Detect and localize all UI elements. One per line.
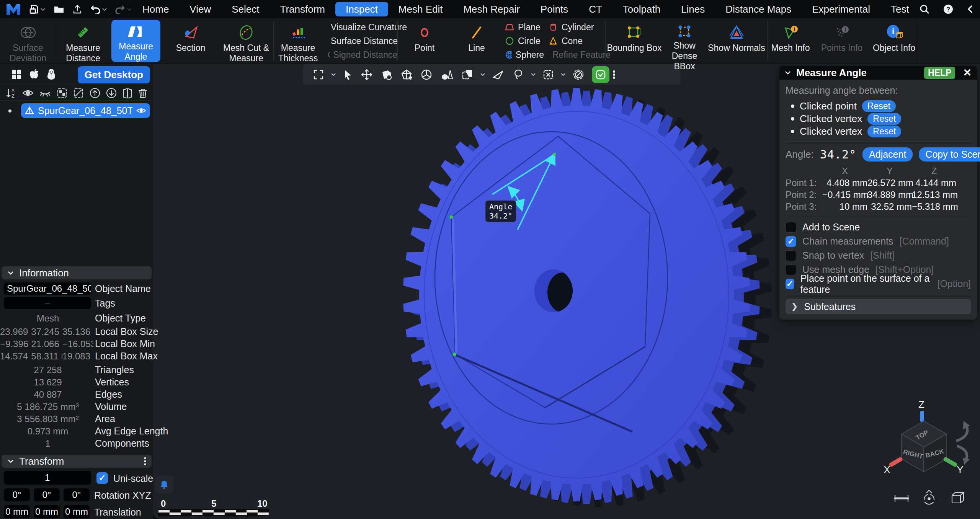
collapse-ribbon-icon[interactable] bbox=[967, 5, 973, 14]
snap-to-vertex-checkbox[interactable] bbox=[786, 250, 796, 261]
translation-x-input[interactable]: 0 mm bbox=[4, 505, 30, 518]
tool-bounding-box[interactable]: Bounding Box bbox=[606, 18, 663, 64]
reset-button-1[interactable]: Reset bbox=[862, 100, 896, 112]
show-all-icon[interactable] bbox=[22, 87, 34, 99]
uni-scale-checkbox[interactable] bbox=[96, 472, 108, 484]
redo-button[interactable] bbox=[115, 4, 132, 14]
box-deselect-dropdown[interactable] bbox=[558, 64, 568, 85]
rotate-view-arrows[interactable] bbox=[956, 425, 967, 461]
clear-selection-tool[interactable] bbox=[568, 64, 589, 85]
menu-plane[interactable]: Plane bbox=[505, 22, 544, 33]
notifications-button[interactable] bbox=[155, 476, 173, 493]
rotation-x-input[interactable]: 0° bbox=[4, 488, 30, 501]
menu-distance-maps[interactable]: Distance Maps bbox=[715, 2, 802, 16]
duplicate-view-button[interactable] bbox=[457, 64, 478, 85]
menu-sphere[interactable]: Sphere bbox=[505, 50, 544, 60]
undo-button[interactable] bbox=[90, 4, 107, 14]
select-all-icon[interactable] bbox=[56, 87, 68, 99]
duplicate-icon[interactable] bbox=[122, 87, 133, 99]
export-button[interactable] bbox=[72, 4, 82, 14]
windows-icon[interactable] bbox=[11, 69, 22, 80]
move-up-icon[interactable] bbox=[89, 87, 101, 99]
tool-point[interactable]: Point bbox=[406, 18, 443, 64]
duplicate-dropdown[interactable] bbox=[478, 64, 488, 85]
transform-header[interactable]: Transform bbox=[2, 455, 152, 468]
select-cursor-tool[interactable] bbox=[338, 64, 357, 85]
primitive-view-tool[interactable] bbox=[436, 64, 457, 85]
transform-object-tool[interactable] bbox=[377, 64, 397, 85]
lasso-dropdown[interactable] bbox=[528, 64, 538, 85]
chain-measurements-checkbox[interactable] bbox=[786, 236, 796, 247]
transform-menu-icon[interactable] bbox=[144, 457, 146, 466]
tool-section[interactable]: Section bbox=[162, 18, 219, 64]
menu-lines[interactable]: Lines bbox=[671, 2, 715, 16]
menu-test[interactable]: Test bbox=[880, 2, 920, 16]
translation-y-input[interactable]: 0 mm bbox=[34, 505, 60, 518]
object-name-input[interactable]: SpurGear_06_48_50T_Ta bbox=[4, 282, 91, 295]
measure-angle-header[interactable]: Measure Angle HELP ✕ bbox=[779, 66, 977, 80]
rotation-y-input[interactable]: 0° bbox=[34, 488, 60, 501]
help-badge[interactable]: HELP bbox=[924, 67, 955, 79]
new-file-button[interactable] bbox=[29, 4, 46, 15]
menu-select[interactable]: Select bbox=[221, 2, 270, 16]
menu-circle[interactable]: Circle bbox=[505, 36, 544, 46]
delete-icon[interactable] bbox=[138, 87, 148, 99]
rotation-z-input[interactable]: 0° bbox=[64, 488, 90, 501]
reset-button-2[interactable]: Reset bbox=[867, 113, 901, 125]
tool-object-info[interactable]: i Object Info bbox=[870, 18, 918, 64]
menu-points[interactable]: Points bbox=[530, 2, 578, 16]
tool-line[interactable]: Line bbox=[458, 18, 495, 64]
tool-show-normals[interactable]: Show Normals bbox=[706, 18, 767, 64]
hide-all-icon[interactable] bbox=[39, 87, 51, 99]
menu-home[interactable]: Home bbox=[132, 2, 179, 16]
toolbar-more-options[interactable] bbox=[609, 64, 619, 85]
tool-measure-distance[interactable]: Measure Distance bbox=[56, 18, 110, 64]
lasso-select-tool[interactable] bbox=[508, 64, 528, 85]
use-mesh-edge-checkbox[interactable] bbox=[786, 264, 796, 275]
translation-z-input[interactable]: 0 mm bbox=[64, 505, 90, 518]
move-down-icon[interactable] bbox=[106, 87, 117, 99]
orbit-tool[interactable] bbox=[416, 64, 436, 85]
get-desktop-button[interactable]: Get Desktop bbox=[78, 66, 150, 83]
tool-measure-angle[interactable]: Measure Angle bbox=[111, 20, 160, 62]
search-icon[interactable] bbox=[920, 4, 929, 14]
menu-signed-distance[interactable]: Signed Distance bbox=[327, 50, 397, 60]
confirm-button[interactable] bbox=[592, 66, 609, 83]
menu-visualize-curvature[interactable]: Visualize Curvature bbox=[327, 22, 397, 33]
copy-to-scene-button[interactable]: Copy to Scene bbox=[919, 147, 980, 162]
menu-view[interactable]: View bbox=[179, 2, 221, 16]
information-header[interactable]: Information bbox=[2, 266, 152, 279]
menu-transform[interactable]: Transform bbox=[270, 2, 336, 16]
tool-points-info[interactable]: i Points Info bbox=[813, 18, 870, 64]
menu-inspect[interactable]: Inspect bbox=[335, 2, 388, 16]
menu-experimental[interactable]: Experimental bbox=[802, 2, 880, 16]
place-point-checkbox[interactable] bbox=[786, 279, 794, 289]
open-file-button[interactable] bbox=[53, 4, 65, 14]
mesh-add-tool[interactable] bbox=[397, 64, 416, 85]
move-tool[interactable] bbox=[357, 64, 377, 85]
wireframe-cube-icon[interactable] bbox=[952, 493, 964, 503]
object-item-spurgear[interactable]: SpurGear_06_48_50T_Tami bbox=[21, 103, 150, 118]
subfeatures-section[interactable]: ❯ Subfeatures bbox=[786, 299, 971, 314]
scale-input[interactable]: 1 bbox=[4, 471, 91, 485]
apple-icon[interactable] bbox=[29, 68, 40, 80]
menu-cylinder[interactable]: Cylinder bbox=[549, 22, 605, 33]
object-visibility-icon[interactable] bbox=[136, 107, 146, 114]
menu-cone[interactable]: Cone bbox=[549, 36, 605, 46]
box-deselect-tool[interactable] bbox=[538, 64, 558, 85]
deselect-all-icon[interactable] bbox=[73, 87, 84, 99]
reset-button-3[interactable]: Reset bbox=[867, 126, 901, 137]
add-to-scene-checkbox[interactable] bbox=[786, 222, 796, 233]
sort-az-icon[interactable]: AZ bbox=[5, 87, 17, 99]
fit-view-button[interactable] bbox=[309, 64, 328, 85]
tool-mesh-info[interactable]: i Mesh Info bbox=[768, 18, 813, 64]
menu-surface-distance[interactable]: Surface Distance bbox=[327, 36, 397, 46]
menu-toolpath[interactable]: Toolpath bbox=[612, 2, 671, 16]
tool-measure-thickness[interactable]: Measure Thickness bbox=[274, 18, 322, 64]
focus-view-icon[interactable] bbox=[924, 490, 934, 504]
menu-refine-feature[interactable]: Refine Feature bbox=[549, 50, 605, 60]
adjacent-button[interactable]: Adjacent bbox=[862, 147, 913, 162]
tool-show-dense-bbox[interactable]: Show Dense BBox bbox=[663, 18, 706, 64]
nav-cube[interactable]: TOP RIGHT BACK Z X Y bbox=[884, 399, 970, 475]
fit-view-dropdown[interactable] bbox=[328, 64, 338, 85]
